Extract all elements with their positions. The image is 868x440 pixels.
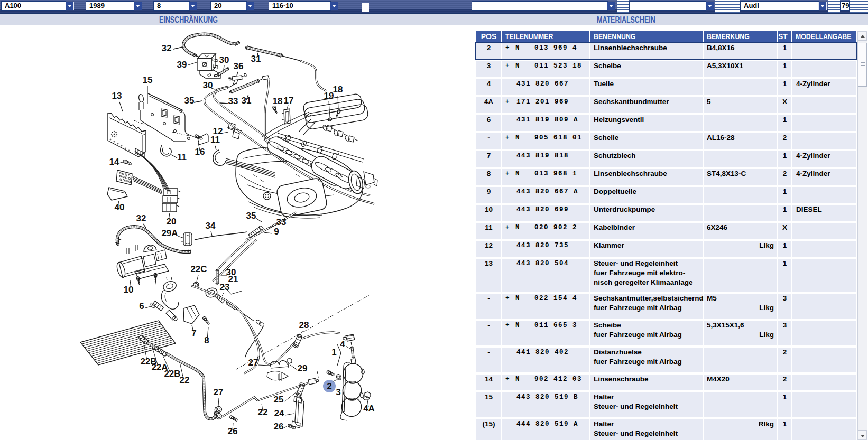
- svg-text:22: 22: [180, 375, 190, 385]
- svg-text:23: 23: [220, 282, 230, 292]
- svg-text:33: 33: [228, 96, 238, 106]
- svg-text:22C: 22C: [190, 264, 207, 274]
- svg-text:32: 32: [136, 213, 146, 223]
- svg-text:31: 31: [242, 96, 252, 106]
- svg-text:27: 27: [214, 387, 224, 397]
- svg-text:17: 17: [284, 96, 294, 106]
- svg-text:34: 34: [206, 221, 216, 231]
- svg-text:1: 1: [331, 347, 336, 357]
- svg-text:4A: 4A: [363, 404, 375, 414]
- svg-text:30: 30: [203, 80, 213, 90]
- svg-text:14: 14: [109, 157, 119, 167]
- svg-text:29A: 29A: [161, 228, 178, 238]
- svg-text:25: 25: [274, 395, 284, 405]
- svg-text:15: 15: [143, 75, 153, 85]
- svg-text:4: 4: [340, 339, 345, 349]
- svg-text:12: 12: [213, 126, 223, 136]
- svg-text:13: 13: [112, 91, 122, 101]
- svg-text:30: 30: [219, 55, 229, 65]
- svg-text:36: 36: [234, 61, 244, 71]
- svg-text:2: 2: [327, 381, 331, 391]
- svg-text:27: 27: [248, 358, 258, 368]
- svg-text:22B: 22B: [164, 369, 180, 379]
- svg-text:39: 39: [177, 60, 187, 70]
- svg-text:40: 40: [115, 202, 125, 212]
- svg-text:16: 16: [195, 147, 205, 157]
- svg-text:3: 3: [336, 387, 340, 397]
- svg-text:28: 28: [299, 320, 309, 330]
- svg-text:7: 7: [191, 328, 196, 338]
- svg-text:29: 29: [298, 363, 308, 373]
- svg-text:6: 6: [139, 301, 144, 311]
- svg-text:26: 26: [274, 422, 284, 432]
- svg-text:11: 11: [177, 152, 187, 162]
- svg-text:33: 33: [276, 217, 287, 227]
- svg-text:20: 20: [167, 217, 177, 227]
- svg-text:8: 8: [204, 335, 209, 345]
- svg-text:9: 9: [274, 227, 279, 237]
- svg-text:35: 35: [246, 211, 256, 221]
- svg-text:32: 32: [162, 43, 172, 53]
- svg-text:31: 31: [251, 54, 261, 64]
- svg-text:24: 24: [274, 408, 284, 418]
- svg-text:19: 19: [324, 91, 334, 101]
- svg-text:18: 18: [273, 96, 283, 106]
- svg-text:22: 22: [258, 407, 268, 417]
- svg-text:10: 10: [124, 285, 134, 295]
- svg-text:18: 18: [333, 85, 343, 95]
- svg-text:35: 35: [184, 96, 195, 106]
